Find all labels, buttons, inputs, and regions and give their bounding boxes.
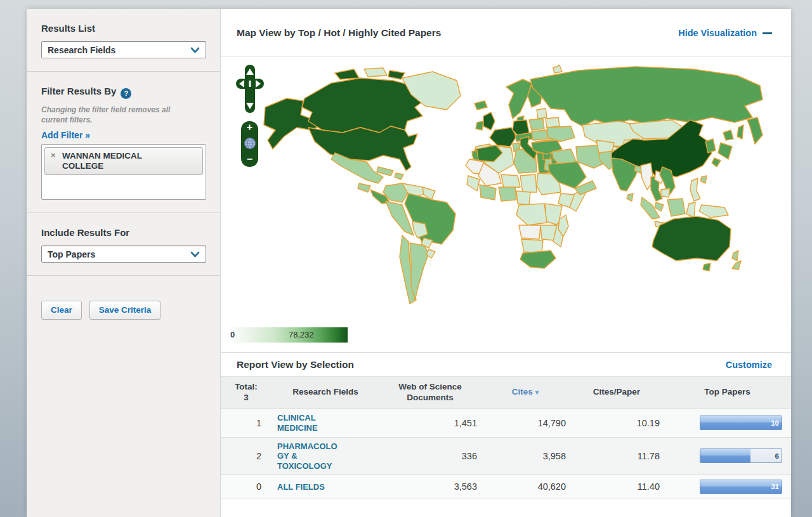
map-region-baltics[interactable] <box>537 108 547 119</box>
globe-icon[interactable] <box>244 137 256 150</box>
map-country-argentina[interactable] <box>410 243 429 300</box>
table-header-row: Total: 3 Research Fields Web of Science … <box>221 377 791 409</box>
field-link[interactable]: CLINICAL MEDICINE <box>277 413 343 433</box>
map-arctic-island-1[interactable] <box>335 69 359 79</box>
map-country-portugal[interactable] <box>472 150 478 160</box>
map-country-new-zealand-south[interactable] <box>732 261 741 270</box>
column-header-research-fields[interactable]: Research Fields <box>272 387 379 397</box>
map-region-ghana-ivory-coast[interactable] <box>480 185 496 200</box>
top-papers-bar: 31 <box>700 480 782 494</box>
map-country-south-africa[interactable] <box>520 251 556 268</box>
map-country-angola[interactable] <box>519 225 540 239</box>
add-filter-link[interactable]: Add Filter » <box>41 130 90 140</box>
help-icon[interactable]: ? <box>121 88 131 99</box>
main-content: Map View by Top / Hot / Highly Cited Pap… <box>221 9 791 517</box>
map-region-norway-sweden[interactable] <box>506 79 532 119</box>
legend-max-label: 78,232 <box>289 330 314 339</box>
map-country-nigeria[interactable] <box>499 187 516 201</box>
map-region-kamchatka[interactable] <box>747 117 763 144</box>
include-results-select[interactable]: Top Papers <box>41 245 206 263</box>
save-criteria-button[interactable]: Save Criteria <box>89 301 161 320</box>
bar-value: 10 <box>771 419 779 427</box>
map-region-sakhalin[interactable] <box>737 125 743 139</box>
bar-value: 31 <box>771 483 779 490</box>
hide-visualization-link[interactable]: Hide Visualization <box>678 28 772 38</box>
include-results-section: Include Results For Top Papers <box>27 213 220 276</box>
legend-gradient-bar <box>228 327 348 343</box>
column-header-cites[interactable]: Cites ▾ <box>481 387 570 397</box>
map-country-russia[interactable] <box>530 67 763 126</box>
map-country-cambodia[interactable] <box>661 188 670 197</box>
filter-chip[interactable]: × WANNAN MEDICAL COLLEGE <box>44 147 203 175</box>
map-country-drc[interactable] <box>516 204 547 225</box>
world-choropleth-map[interactable] <box>223 59 788 325</box>
rank-cell: 1 <box>221 418 272 428</box>
map-region-sulawesi[interactable] <box>686 202 695 218</box>
docs-cell: 1,451 <box>379 418 481 428</box>
map-zoom-control: + − <box>241 121 258 167</box>
zoom-in-button[interactable]: + <box>247 123 252 132</box>
total-value: 3 <box>226 393 266 403</box>
map-region-kyushu[interactable] <box>712 158 721 167</box>
map-country-brazil[interactable] <box>405 193 455 247</box>
hide-visualization-label: Hide Visualization <box>678 28 757 38</box>
filter-chip-label: WANNAN MEDICAL COLLEGE <box>62 151 164 171</box>
map-arctic-island-2[interactable] <box>364 68 387 77</box>
filter-title-text: Filter Results By <box>41 86 116 96</box>
map-country-japan[interactable] <box>718 143 732 159</box>
map-country-philippines[interactable] <box>690 178 700 201</box>
map-country-australia[interactable] <box>652 216 731 261</box>
map-country-chad[interactable] <box>520 174 537 192</box>
map-country-niger[interactable] <box>501 174 520 188</box>
field-link[interactable]: PHARMACOLOGY & TOXICOLOGY <box>277 442 343 471</box>
map-country-ireland[interactable] <box>476 121 483 130</box>
docs-cell: 3,563 <box>379 481 481 492</box>
map-view-header: Map View by Top / Hot / Highly Cited Pap… <box>221 9 791 57</box>
map-country-iceland[interactable] <box>475 101 487 110</box>
bar-fill <box>700 449 750 462</box>
results-list-label: Results List <box>41 23 206 34</box>
zoom-out-button[interactable]: − <box>247 155 252 164</box>
map-country-belarus[interactable] <box>546 117 560 128</box>
chevron-down-icon <box>190 47 200 53</box>
results-list-value: Research Fields <box>48 45 115 55</box>
map-region-svalbard[interactable] <box>553 65 562 73</box>
map-region-hokkaido[interactable] <box>723 130 733 140</box>
map-country-sri-lanka[interactable] <box>627 193 633 201</box>
map-country-hispaniola[interactable] <box>395 173 403 180</box>
map-region-czech-hungary[interactable] <box>532 130 548 140</box>
cites-per-paper-cell: 10.19 <box>570 418 664 428</box>
map-region-namibia-botswana[interactable] <box>521 239 543 253</box>
results-list-section: Results List Research Fields <box>27 9 220 72</box>
include-results-label: Include Results For <box>41 227 206 238</box>
column-header-cites-per-paper[interactable]: Cites/Paper <box>570 387 664 397</box>
table-row: 2 PHARMACOLOGY & TOXICOLOGY 336 3,958 11… <box>221 438 791 475</box>
cites-cell: 14,790 <box>481 418 570 428</box>
remove-filter-icon[interactable]: × <box>51 151 56 160</box>
map-country-cameroon[interactable] <box>516 191 530 205</box>
map-country-malaysia[interactable] <box>655 202 664 211</box>
map-country-taiwan[interactable] <box>700 176 707 183</box>
map-country-new-zealand-north[interactable] <box>732 251 738 261</box>
legend-min-label: 0 <box>230 330 235 339</box>
map-region-borneo[interactable] <box>667 199 685 216</box>
rank-cell: 0 <box>221 481 272 492</box>
map-country-uk[interactable] <box>483 112 495 130</box>
filter-note: Changing the filter field removes all cu… <box>41 105 190 125</box>
column-header-wos-documents[interactable]: Web of Science Documents <box>379 382 481 402</box>
top-papers-bar: 10 <box>700 416 782 430</box>
map-country-poland[interactable] <box>529 119 544 130</box>
map-view-title: Map View by Top / Hot / Highly Cited Pap… <box>237 27 678 39</box>
map-pan-control[interactable] <box>236 65 264 113</box>
customize-link[interactable]: Customize <box>726 360 772 370</box>
map-region-central-america[interactable] <box>358 183 370 192</box>
column-header-top-papers[interactable]: Top Papers <box>664 387 791 397</box>
field-link[interactable]: ALL FIELDS <box>277 482 325 492</box>
map-region-west-africa[interactable] <box>467 176 480 191</box>
sort-descending-icon: ▾ <box>535 388 539 396</box>
results-list-select[interactable]: Research Fields <box>41 41 206 58</box>
map-region-new-guinea[interactable] <box>699 205 728 218</box>
map-region-tasmania[interactable] <box>703 263 710 271</box>
clear-button[interactable]: Clear <box>41 301 82 320</box>
cites-cell: 3,958 <box>481 451 570 461</box>
